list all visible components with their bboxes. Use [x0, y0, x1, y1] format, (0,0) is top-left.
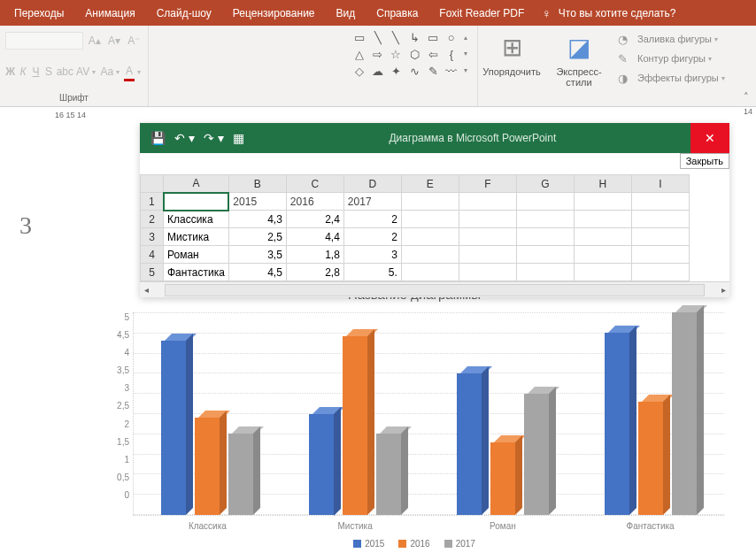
cell[interactable]: [574, 193, 631, 211]
font-family-dropdown[interactable]: [5, 32, 83, 50]
cell[interactable]: [574, 264, 631, 281]
cell[interactable]: [401, 246, 459, 264]
scroll-left-icon[interactable]: ◂: [140, 285, 152, 295]
strike-button[interactable]: S: [43, 62, 53, 81]
redo-icon[interactable]: ↷ ▾: [204, 131, 224, 145]
cell[interactable]: 4,5: [228, 264, 286, 281]
cell[interactable]: [459, 193, 516, 211]
shape-line2-icon[interactable]: ╲: [388, 29, 405, 45]
row-header[interactable]: 2: [141, 211, 164, 228]
express-styles-button[interactable]: ◪ Экспресс- стили: [545, 26, 613, 106]
col-header[interactable]: H: [574, 175, 631, 193]
cell[interactable]: 4,3: [228, 211, 286, 228]
col-header[interactable]: F: [459, 175, 516, 193]
cell[interactable]: [459, 246, 516, 264]
shape-sun-icon[interactable]: ✦: [388, 63, 405, 79]
col-header[interactable]: E: [401, 175, 459, 193]
save-icon[interactable]: 💾: [150, 131, 166, 145]
case-button[interactable]: Aa: [100, 62, 113, 81]
shape-hex-icon[interactable]: ⬡: [405, 46, 423, 62]
cell[interactable]: [459, 264, 516, 281]
scroll-track[interactable]: [165, 284, 705, 296]
cell[interactable]: 5.: [343, 264, 401, 281]
cell[interactable]: 3: [343, 246, 401, 264]
shape-curve-icon[interactable]: ∿: [405, 63, 423, 79]
shape-cloud-icon[interactable]: ☁: [369, 63, 387, 79]
excel-hscrollbar[interactable]: ◂ ▸: [140, 281, 729, 297]
cell[interactable]: [516, 246, 574, 264]
grid-icon[interactable]: ▦: [233, 131, 244, 145]
row-header[interactable]: 5: [141, 264, 164, 281]
underline-button[interactable]: Ч: [31, 62, 41, 81]
spacing-button[interactable]: AV: [76, 62, 89, 81]
cell[interactable]: 2,4: [286, 211, 343, 228]
bold-button[interactable]: Ж: [5, 62, 15, 81]
col-header[interactable]: B: [228, 175, 286, 193]
close-button[interactable]: ✕: [690, 123, 729, 153]
cell[interactable]: Мистика: [164, 228, 229, 246]
cell[interactable]: 2: [343, 211, 401, 228]
row-header[interactable]: 4: [141, 246, 164, 264]
shape-arrow2-icon[interactable]: ⇦: [424, 46, 442, 62]
shape-effects-button[interactable]: ◑ Эффекты фигуры ▾: [618, 68, 731, 88]
cell[interactable]: [401, 228, 459, 246]
shape-callout-icon[interactable]: ◇: [351, 63, 368, 79]
shape-rect-icon[interactable]: ▭: [424, 29, 442, 45]
cell[interactable]: 2,8: [286, 264, 343, 281]
tell-me-search[interactable]: ♀ Что вы хотите сделать?: [542, 6, 675, 20]
cell[interactable]: [574, 211, 631, 228]
font-color-button[interactable]: A: [124, 62, 134, 81]
cell[interactable]: [631, 246, 689, 264]
cell[interactable]: Классика: [164, 211, 229, 228]
shape-arrow-icon[interactable]: ⇨: [369, 46, 387, 62]
col-header[interactable]: A: [164, 175, 229, 193]
tab-transitions[interactable]: Переходы: [4, 0, 74, 26]
cell[interactable]: [516, 228, 574, 246]
col-header[interactable]: C: [286, 175, 343, 193]
cell[interactable]: [631, 264, 689, 281]
shapes-more[interactable]: ▴▾▾: [460, 29, 472, 79]
cell[interactable]: [574, 246, 631, 264]
cell[interactable]: [516, 193, 574, 211]
col-header[interactable]: G: [516, 175, 574, 193]
chart[interactable]: Название диаграммы 00,511,522,533,544,55…: [104, 287, 724, 549]
tab-slideshow[interactable]: Слайд-шоу: [146, 0, 222, 26]
cell[interactable]: Роман: [164, 246, 229, 264]
cell[interactable]: 2,5: [228, 228, 286, 246]
tab-view[interactable]: Вид: [326, 0, 366, 26]
cell[interactable]: [631, 193, 689, 211]
tab-help[interactable]: Справка: [366, 0, 428, 26]
clear-format-icon[interactable]: A⁻: [126, 31, 143, 50]
decrease-font-icon[interactable]: A▾: [105, 31, 122, 50]
collapse-ribbon-button[interactable]: ˄: [737, 26, 756, 106]
shapes-palette[interactable]: ▭ ╲ ╲ ↳ ▭ ○ △ ⇨ ☆ ⬡ ⇦ { ◇ ☁ ✦ ∿ ✎ 〰: [351, 29, 460, 79]
shadow-button[interactable]: abc: [57, 62, 73, 81]
row-header[interactable]: 1: [141, 193, 164, 211]
scroll-right-icon[interactable]: ▸: [717, 285, 729, 295]
cell[interactable]: [401, 193, 459, 211]
arrange-button[interactable]: ⊞ Упорядочить: [478, 26, 545, 106]
shape-freeform-icon[interactable]: ✎: [424, 63, 442, 79]
col-header[interactable]: I: [631, 175, 689, 193]
tab-review[interactable]: Рецензирование: [222, 0, 326, 26]
cell[interactable]: [631, 211, 689, 228]
shape-fill-button[interactable]: ◔ Заливка фигуры ▾: [618, 29, 731, 49]
cell[interactable]: 3,5: [228, 246, 286, 264]
cell[interactable]: [574, 228, 631, 246]
shape-outline-button[interactable]: ✎ Контур фигуры ▾: [618, 49, 731, 68]
cell[interactable]: [459, 211, 516, 228]
cell[interactable]: [401, 211, 459, 228]
cell[interactable]: [459, 228, 516, 246]
cell[interactable]: [516, 211, 574, 228]
shape-elbow-icon[interactable]: ↳: [405, 29, 423, 45]
shape-textbox-icon[interactable]: ▭: [351, 29, 368, 45]
cell[interactable]: [516, 264, 574, 281]
cell[interactable]: [164, 193, 229, 211]
col-header[interactable]: D: [343, 175, 401, 193]
cell[interactable]: [401, 264, 459, 281]
shape-oval-icon[interactable]: ○: [443, 29, 460, 45]
row-header[interactable]: 3: [141, 228, 164, 246]
shape-scribble-icon[interactable]: 〰: [443, 63, 460, 79]
cell[interactable]: 1,8: [286, 246, 343, 264]
shape-tri-icon[interactable]: △: [351, 46, 368, 62]
